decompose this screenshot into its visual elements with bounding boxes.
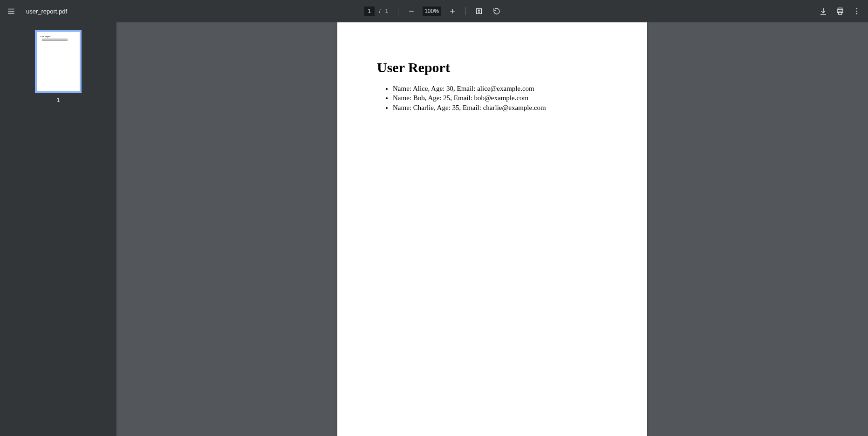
print-icon bbox=[836, 7, 844, 15]
hamburger-icon bbox=[7, 7, 15, 15]
page-number-input[interactable] bbox=[364, 7, 374, 16]
list-item: Name: Charlie, Age: 35, Email: charlie@e… bbox=[393, 103, 608, 112]
thumbnail-title-preview: User Report bbox=[41, 35, 76, 38]
divider bbox=[398, 7, 398, 15]
svg-point-12 bbox=[856, 8, 857, 9]
page-thumbnail[interactable]: User Report bbox=[35, 30, 82, 93]
page-total: 1 bbox=[385, 8, 389, 14]
body: User Report 1 User Report Name: Alice, A… bbox=[0, 22, 868, 436]
thumbnail-number: 1 bbox=[57, 97, 60, 103]
more-vertical-icon bbox=[853, 7, 861, 15]
thumbnail-sidebar[interactable]: User Report 1 bbox=[0, 22, 116, 436]
rotate-button[interactable] bbox=[489, 4, 504, 19]
download-icon bbox=[819, 7, 827, 15]
toolbar: user_report.pdf / 1 100% bbox=[0, 0, 868, 22]
divider bbox=[465, 7, 466, 15]
list-item: Name: Alice, Age: 30, Email: alice@examp… bbox=[393, 84, 608, 93]
more-button[interactable] bbox=[849, 4, 864, 19]
zoom-level[interactable]: 100% bbox=[423, 7, 441, 16]
document-list: Name: Alice, Age: 30, Email: alice@examp… bbox=[377, 84, 608, 112]
thumbnail-lines-preview bbox=[41, 39, 76, 41]
pdf-page: User Report Name: Alice, Age: 30, Email:… bbox=[337, 22, 647, 436]
list-item: Name: Bob, Age: 25, Email: bob@example.c… bbox=[393, 93, 608, 102]
page-viewer[interactable]: User Report Name: Alice, Age: 30, Email:… bbox=[116, 22, 868, 436]
rotate-icon bbox=[493, 7, 500, 15]
minus-icon bbox=[408, 7, 415, 15]
document-title: User Report bbox=[377, 60, 608, 75]
toolbar-left: user_report.pdf bbox=[4, 4, 67, 19]
fit-page-button[interactable] bbox=[472, 4, 486, 19]
fit-page-icon bbox=[475, 7, 483, 15]
print-button[interactable] bbox=[833, 4, 847, 19]
svg-point-14 bbox=[856, 13, 857, 14]
page-separator: / bbox=[379, 8, 380, 14]
toolbar-right bbox=[816, 4, 864, 19]
toolbar-center: / 1 100% bbox=[364, 4, 504, 19]
pdf-viewer-app: user_report.pdf / 1 100% bbox=[0, 0, 868, 436]
zoom-in-button[interactable] bbox=[445, 4, 460, 19]
plus-icon bbox=[449, 7, 456, 15]
menu-button[interactable] bbox=[4, 4, 19, 19]
thumbnail-item[interactable]: User Report 1 bbox=[35, 30, 82, 103]
svg-point-13 bbox=[856, 11, 857, 12]
zoom-out-button[interactable] bbox=[404, 4, 419, 19]
file-name: user_report.pdf bbox=[26, 8, 67, 15]
download-button[interactable] bbox=[816, 4, 831, 19]
